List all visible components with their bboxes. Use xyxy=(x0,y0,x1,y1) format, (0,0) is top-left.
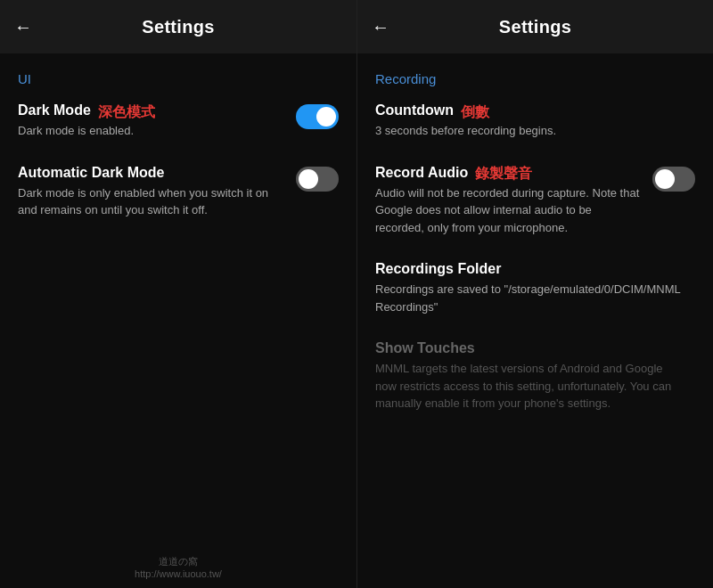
record-audio-title-cn: 錄製聲音 xyxy=(475,165,532,184)
watermark-text2: http://www.iuouo.tw/ xyxy=(135,568,222,579)
countdown-desc: 3 seconds before recording begins. xyxy=(375,122,684,140)
record-audio-label: Record Audio 錄製聲音 xyxy=(375,165,642,184)
show-touches-desc: MNML targets the latest versions of Andr… xyxy=(375,360,684,412)
left-watermark: 道道の窩 http://www.iuouo.tw/ xyxy=(135,555,222,579)
auto-dark-mode-toggle[interactable] xyxy=(296,167,339,192)
dark-mode-label-group: Dark Mode 深色模式 Dark mode is enabled. xyxy=(18,102,285,140)
recordings-folder-item: Recordings Folder Recordings are saved t… xyxy=(375,261,695,315)
auto-dark-mode-desc: Dark mode is only enabled when you switc… xyxy=(18,184,285,219)
left-section-title: UI xyxy=(18,71,339,86)
recordings-folder-row: Recordings Folder Recordings are saved t… xyxy=(375,261,695,315)
right-header: ← Settings xyxy=(357,0,713,53)
left-header: ← Settings xyxy=(0,0,356,53)
record-audio-desc: Audio will not be recorded during captur… xyxy=(375,184,642,237)
recordings-folder-label-group: Recordings Folder Recordings are saved t… xyxy=(375,261,684,315)
dark-mode-row: Dark Mode 深色模式 Dark mode is enabled. xyxy=(18,102,339,140)
dark-mode-item: Dark Mode 深色模式 Dark mode is enabled. xyxy=(18,102,339,140)
countdown-label: Countdown 倒數 xyxy=(375,102,684,122)
recordings-folder-desc: Recordings are saved to "/storage/emulat… xyxy=(375,281,684,315)
auto-dark-mode-title: Automatic Dark Mode xyxy=(18,165,164,181)
record-audio-row: Record Audio 錄製聲音 Audio will not be reco… xyxy=(375,165,695,237)
auto-dark-mode-row: Automatic Dark Mode Dark mode is only en… xyxy=(18,165,339,219)
auto-dark-mode-slider xyxy=(296,167,339,192)
countdown-label-group: Countdown 倒數 3 seconds before recording … xyxy=(375,102,684,140)
dark-mode-desc: Dark mode is enabled. xyxy=(18,122,285,140)
right-header-title: Settings xyxy=(499,17,571,37)
right-content: Recording Countdown 倒數 3 seconds before … xyxy=(357,53,713,588)
recordings-folder-title: Recordings Folder xyxy=(375,261,501,277)
show-touches-title: Show Touches xyxy=(375,340,475,356)
right-panel: ← Settings Recording Countdown 倒數 3 seco… xyxy=(356,0,713,588)
right-back-button[interactable]: ← xyxy=(372,17,389,37)
left-back-button[interactable]: ← xyxy=(14,17,32,37)
show-touches-item: Show Touches MNML targets the latest ver… xyxy=(375,340,695,412)
recordings-folder-label: Recordings Folder xyxy=(375,261,684,281)
record-audio-slider xyxy=(652,167,695,192)
countdown-title: Countdown xyxy=(375,102,454,118)
dark-mode-toggle[interactable] xyxy=(296,104,339,129)
dark-mode-label: Dark Mode 深色模式 xyxy=(18,102,285,122)
left-panel: ← Settings UI Dark Mode 深色模式 Dark mode i… xyxy=(0,0,356,588)
show-touches-label: Show Touches xyxy=(375,340,684,360)
countdown-row: Countdown 倒數 3 seconds before recording … xyxy=(375,102,695,140)
auto-dark-mode-label: Automatic Dark Mode xyxy=(18,165,285,184)
left-header-title: Settings xyxy=(142,17,214,37)
show-touches-row: Show Touches MNML targets the latest ver… xyxy=(375,340,695,412)
right-section-title: Recording xyxy=(375,71,695,86)
countdown-item: Countdown 倒數 3 seconds before recording … xyxy=(375,102,695,140)
left-content: UI Dark Mode 深色模式 Dark mode is enabled. xyxy=(0,53,356,588)
auto-dark-mode-label-group: Automatic Dark Mode Dark mode is only en… xyxy=(18,165,285,219)
dark-mode-title-cn: 深色模式 xyxy=(98,103,155,122)
show-touches-label-group: Show Touches MNML targets the latest ver… xyxy=(375,340,684,412)
record-audio-toggle[interactable] xyxy=(652,167,695,192)
watermark-text1: 道道の窩 xyxy=(135,555,222,568)
dark-mode-title: Dark Mode xyxy=(18,102,91,118)
record-audio-title: Record Audio xyxy=(375,165,468,181)
auto-dark-mode-item: Automatic Dark Mode Dark mode is only en… xyxy=(18,165,339,219)
countdown-title-cn: 倒數 xyxy=(461,103,489,122)
dark-mode-slider xyxy=(296,104,339,129)
record-audio-item: Record Audio 錄製聲音 Audio will not be reco… xyxy=(375,165,695,237)
record-audio-label-group: Record Audio 錄製聲音 Audio will not be reco… xyxy=(375,165,642,237)
